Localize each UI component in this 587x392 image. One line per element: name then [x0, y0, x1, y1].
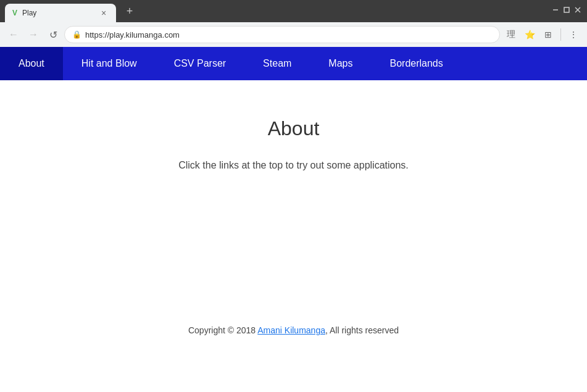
page-content: About Click the links at the top to try …: [166, 80, 421, 348]
nav-item-hit-and-blow[interactable]: Hit and Blow: [63, 47, 156, 80]
tab-title: Play: [22, 9, 94, 17]
toolbar-icons: 理 ⭐ ⊞ ⋮: [502, 26, 582, 43]
footer-suffix: , All rights reserved: [325, 325, 399, 335]
nav-item-csv-parser[interactable]: CSV Parser: [156, 47, 244, 80]
menu-button[interactable]: ⋮: [565, 26, 582, 43]
nav-item-about[interactable]: About: [0, 47, 63, 80]
forward-icon: →: [28, 29, 38, 40]
nav-item-maps[interactable]: Maps: [310, 47, 371, 80]
new-tab-button[interactable]: +: [121, 2, 138, 20]
footer-author-link[interactable]: Amani Kilumanga: [257, 325, 325, 335]
site-nav: About Hit and Blow CSV Parser Steam Maps…: [0, 47, 587, 80]
lock-icon: 🔒: [72, 30, 81, 39]
close-window-button[interactable]: [573, 6, 582, 14]
page-description: Click the links at the top to try out so…: [178, 160, 409, 171]
back-icon: ←: [9, 29, 19, 40]
toolbar-separator: [560, 28, 561, 41]
tab-close-button[interactable]: ×: [99, 8, 109, 18]
browser-chrome: V Play × + ← → ↺ �: [0, 0, 587, 80]
minimize-button[interactable]: [551, 6, 560, 14]
footer-prefix: Copyright © 2018: [188, 325, 257, 335]
window-controls: [551, 6, 582, 14]
reload-icon: ↺: [49, 29, 57, 41]
extension-button[interactable]: ⊞: [539, 26, 557, 43]
bookmark-button[interactable]: ⭐: [521, 26, 538, 43]
title-bar: V Play × +: [0, 0, 587, 22]
tab-favicon: V: [12, 9, 17, 17]
address-input[interactable]: 🔒 https://play.kilumanga.com: [64, 26, 500, 43]
tab-strip: V Play × +: [5, 0, 551, 22]
page-title: About: [268, 117, 320, 140]
svg-rect-1: [564, 7, 569, 12]
nav-item-borderlands[interactable]: Borderlands: [371, 47, 461, 80]
back-button[interactable]: ←: [5, 26, 22, 43]
url-text: https://play.kilumanga.com: [85, 30, 492, 40]
address-bar: ← → ↺ 🔒 https://play.kilumanga.com 理 ⭐ ⊞…: [0, 22, 587, 47]
forward-button[interactable]: →: [25, 26, 42, 43]
active-tab[interactable]: V Play ×: [5, 4, 116, 22]
translate-button[interactable]: 理: [502, 26, 520, 43]
content-area: About Click the links at the top to try …: [0, 80, 587, 348]
maximize-button[interactable]: [562, 6, 571, 14]
reload-button[interactable]: ↺: [44, 26, 62, 43]
page-footer: Copyright © 2018 Amani Kilumanga, All ri…: [0, 325, 587, 335]
nav-item-steam[interactable]: Steam: [244, 47, 310, 80]
